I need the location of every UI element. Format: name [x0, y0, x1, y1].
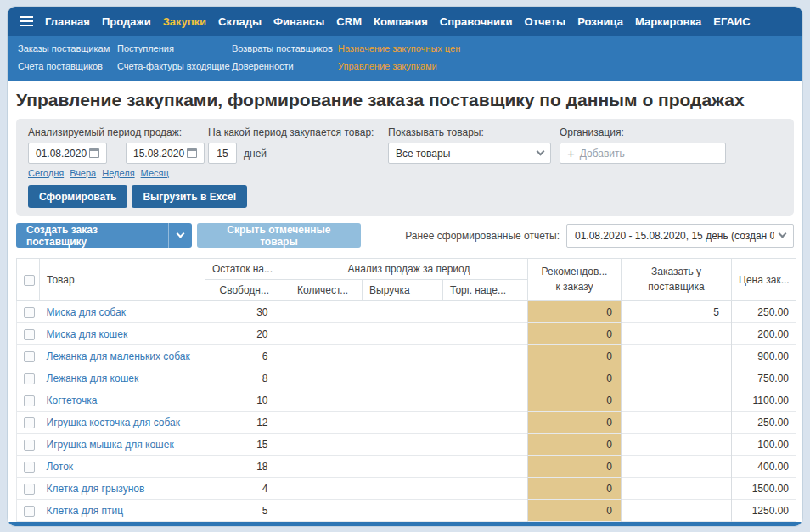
- table-row: Игрушка мышка для кошек 15 0 100.00: [17, 434, 796, 456]
- row-checkbox[interactable]: [24, 395, 35, 406]
- select-all-checkbox[interactable]: [24, 275, 35, 286]
- order-cell[interactable]: [622, 478, 732, 500]
- subnav-purchase-price-setting[interactable]: Назначение закупочных цен: [338, 43, 792, 53]
- show-goods-value: Все товары: [396, 148, 450, 160]
- product-link[interactable]: Миска для кошек: [47, 328, 128, 340]
- reports-select[interactable]: 01.08.2020 - 15.08.2020, 15 день (создан…: [566, 224, 794, 248]
- show-goods-select[interactable]: Все товары: [388, 143, 551, 164]
- row-checkbox[interactable]: [24, 307, 35, 318]
- subnav-orders-to-suppliers[interactable]: Заказы поставщикам: [18, 43, 117, 53]
- purchase-period-label: На какой период закупается товар:: [208, 126, 388, 138]
- product-link[interactable]: Лоток: [47, 461, 74, 473]
- column-header-product[interactable]: Товар: [40, 259, 205, 301]
- price-cell: 750.00: [732, 367, 796, 389]
- table-row: Миска для собак 30 0 5 250.00: [17, 301, 796, 323]
- bottom-accent-bar: [8, 522, 802, 526]
- nav-item-crm[interactable]: CRM: [336, 15, 362, 28]
- nav-item-egais[interactable]: ЕГАИС: [713, 15, 750, 28]
- calendar-icon[interactable]: [89, 148, 99, 158]
- quantity-cell: [290, 456, 363, 478]
- row-checkbox[interactable]: [24, 506, 35, 517]
- order-cell[interactable]: [622, 456, 732, 478]
- export-excel-button[interactable]: Выгрузить в Excel: [132, 185, 247, 208]
- subnav-receipts[interactable]: Поступления: [117, 43, 232, 53]
- order-cell[interactable]: [622, 434, 732, 456]
- purchase-period-input[interactable]: 15: [208, 143, 237, 164]
- price-cell: 1100.00: [732, 389, 796, 412]
- quantity-cell: [290, 345, 363, 367]
- nav-item-sales[interactable]: Продажи: [102, 15, 151, 28]
- product-link[interactable]: Игрушка косточка для собак: [47, 417, 180, 428]
- margin-cell: [443, 500, 528, 522]
- row-checkbox[interactable]: [24, 417, 35, 428]
- date-to-input[interactable]: 15.08.2020: [126, 143, 205, 164]
- date-from-input[interactable]: 01.08.2020: [28, 143, 107, 164]
- nav-item-retail[interactable]: Розница: [577, 15, 623, 28]
- order-cell[interactable]: [622, 345, 732, 367]
- nav-item-warehouses[interactable]: Склады: [218, 15, 262, 28]
- row-checkbox[interactable]: [24, 484, 35, 495]
- order-cell[interactable]: [622, 389, 732, 412]
- nav-item-main[interactable]: Главная: [45, 15, 90, 28]
- nav-item-marking[interactable]: Маркировка: [635, 15, 701, 28]
- row-checkbox[interactable]: [24, 373, 35, 384]
- product-cell: Лоток: [40, 456, 205, 478]
- table-row: Клетка для птиц 5 0 1250.00: [17, 500, 796, 522]
- product-link[interactable]: Клетка для грызунов: [47, 483, 145, 495]
- table-body: Миска для собак 30 0 5 250.00 Миска для …: [17, 301, 796, 522]
- row-checkbox[interactable]: [24, 329, 35, 340]
- product-cell: Лежанка для маленьких собак: [40, 345, 205, 367]
- nav-item-reports[interactable]: Отчеты: [525, 15, 566, 28]
- product-link[interactable]: Миска для собак: [47, 306, 126, 318]
- nav-item-company[interactable]: Компания: [374, 15, 428, 28]
- product-link[interactable]: Клетка для птиц: [47, 505, 124, 517]
- row-checkbox[interactable]: [24, 440, 35, 451]
- column-header-revenue: Выручка: [363, 280, 443, 301]
- hamburger-menu-icon[interactable]: [20, 16, 33, 26]
- product-cell: Миска для кошек: [40, 323, 205, 345]
- quick-link-yesterday[interactable]: Вчера: [70, 168, 96, 178]
- purchase-period-controls: 15 дней: [208, 143, 388, 164]
- quick-link-today[interactable]: Сегодня: [28, 168, 64, 178]
- row-checkbox[interactable]: [24, 351, 35, 362]
- reports-selected-value: 01.08.2020 - 15.08.2020, 15 день (создан…: [575, 230, 774, 242]
- nav-item-references[interactable]: Справочники: [440, 15, 513, 28]
- row-checkbox-cell: [17, 367, 40, 389]
- quick-link-month[interactable]: Месяц: [141, 168, 169, 178]
- nav-item-finance[interactable]: Финансы: [273, 15, 324, 28]
- organization-input[interactable]: + Добавить: [560, 143, 726, 164]
- create-order-button[interactable]: Создать заказ поставщику: [16, 223, 192, 248]
- subnav-supplier-invoices[interactable]: Счета поставщиков: [18, 61, 117, 71]
- column-header-margin: Торг. наце...: [443, 280, 528, 301]
- product-link[interactable]: Лежанка для маленьких собак: [47, 350, 190, 362]
- subnav-incoming-invoices[interactable]: Счета-фактуры входящие: [117, 61, 232, 71]
- generate-button[interactable]: Сформировать: [28, 185, 127, 208]
- revenue-cell: [363, 500, 443, 522]
- show-goods-label: Показывать товары:: [388, 126, 560, 138]
- stock-cell: 4: [205, 478, 290, 500]
- nav-item-purchases[interactable]: Закупки: [163, 15, 206, 28]
- product-cell: Игрушка косточка для собак: [40, 412, 205, 434]
- subnav-purchase-management[interactable]: Управление закупками: [338, 61, 792, 71]
- subnav-supplier-returns[interactable]: Возвраты поставщиков: [232, 43, 338, 53]
- subnav-powers-of-attorney[interactable]: Доверенности: [232, 61, 338, 71]
- order-header-line1: Заказать у: [628, 265, 724, 279]
- recommend-cell: 0: [528, 412, 622, 434]
- recommend-cell: 0: [528, 478, 622, 500]
- product-link[interactable]: Игрушка мышка для кошек: [47, 439, 174, 451]
- order-cell[interactable]: [622, 412, 732, 434]
- calendar-icon[interactable]: [187, 148, 197, 158]
- quick-link-week[interactable]: Неделя: [102, 168, 134, 178]
- hide-marked-button[interactable]: Скрыть отмеченные товары: [197, 223, 362, 248]
- create-order-dropdown[interactable]: [169, 234, 192, 237]
- row-checkbox[interactable]: [24, 462, 35, 473]
- order-cell[interactable]: [622, 367, 732, 389]
- product-link[interactable]: Когтеточка: [47, 395, 98, 406]
- revenue-cell: [363, 323, 443, 345]
- stock-cell: 5: [205, 500, 290, 522]
- order-cell[interactable]: [622, 323, 732, 345]
- order-cell[interactable]: 5: [622, 301, 732, 323]
- reports-label: Ранее сформированные отчеты:: [405, 230, 560, 242]
- product-link[interactable]: Лежанка для кошек: [47, 372, 139, 384]
- order-cell[interactable]: [622, 500, 732, 522]
